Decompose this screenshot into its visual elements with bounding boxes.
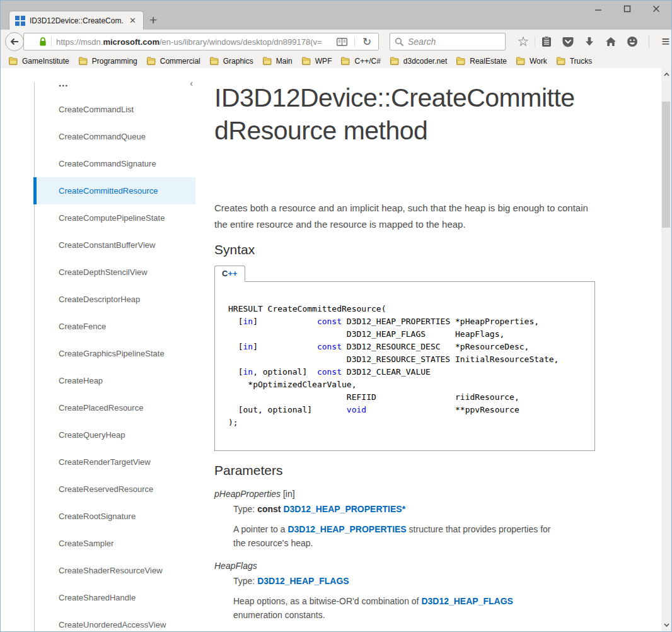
sidebar-item-label: CreateSampler bbox=[59, 539, 113, 548]
api-link[interactable]: D3D12_HEAP_FLAGS bbox=[421, 596, 513, 606]
toolbar-divider bbox=[535, 37, 535, 47]
api-link[interactable]: D3D12_HEAP_PROPERTIES* bbox=[283, 504, 405, 514]
scrollbar-thumb[interactable] bbox=[662, 102, 670, 228]
sidebar-item-label: CreateConstantBufferView bbox=[59, 240, 155, 250]
bookmark-label: C++/C# bbox=[354, 57, 380, 66]
clipboard-icon bbox=[542, 36, 552, 47]
parameter-name: HeapFlags bbox=[214, 561, 595, 571]
bookmark-label: Commercial bbox=[160, 57, 200, 66]
sidebar-item[interactable]: CreateCommandSignature bbox=[33, 150, 195, 177]
pocket-button[interactable] bbox=[557, 32, 579, 51]
folder-icon bbox=[146, 57, 156, 66]
toolbar-icons: ☆ bbox=[513, 32, 672, 51]
home-icon bbox=[605, 37, 617, 47]
menu-button[interactable]: ≡ bbox=[655, 32, 672, 51]
tab-close-icon[interactable]: ✕ bbox=[128, 16, 137, 25]
search-box[interactable] bbox=[390, 33, 506, 50]
page-title: ID3D12Device::CreateCommitte dResource m… bbox=[214, 81, 595, 147]
sidebar-item-label: CreateRootSignature bbox=[59, 512, 136, 521]
bookmark-label: d3dcoder.net bbox=[403, 57, 447, 66]
folder-icon bbox=[340, 57, 350, 66]
sidebar-item[interactable]: CreateCommandQueue bbox=[33, 123, 195, 150]
sidebar-item[interactable]: CreatePlacedResource bbox=[33, 394, 195, 421]
vertical-scrollbar[interactable] bbox=[661, 68, 671, 631]
bookmarks-menu-button[interactable] bbox=[536, 32, 557, 51]
sidebar-item[interactable]: CreateComputePipelineState bbox=[33, 204, 195, 231]
sidebar-item[interactable]: CreateGraphicsPipelineState bbox=[33, 340, 195, 367]
toolbar-divider bbox=[649, 35, 649, 48]
maximize-icon bbox=[623, 5, 631, 13]
parameter-description: Heap options, as a bitwise-OR'd combinat… bbox=[214, 594, 558, 622]
code-block: HRESULT CreateCommittedResource( [in] co… bbox=[228, 303, 586, 429]
parameter-type: Type: const D3D12_HEAP_PROPERTIES* bbox=[214, 504, 595, 514]
refresh-button[interactable]: ↻ bbox=[359, 32, 374, 51]
bookmark-item[interactable]: Work bbox=[511, 54, 552, 68]
sidebar-item[interactable]: CreateCommandList bbox=[33, 96, 195, 123]
folder-icon bbox=[78, 57, 88, 66]
bookmark-item[interactable]: Trucks bbox=[552, 54, 597, 68]
sidebar-item[interactable]: CreateDescriptorHeap bbox=[33, 286, 195, 313]
bookmark-item[interactable]: Graphics bbox=[205, 54, 258, 68]
bookmark-item[interactable]: Main bbox=[258, 54, 297, 68]
sidebar-item-label: CreateFence bbox=[59, 322, 106, 331]
sidebar-item[interactable]: CreateRootSignature bbox=[33, 503, 195, 530]
sidebar-collapse-chevron-icon[interactable]: ‹ bbox=[190, 78, 193, 88]
downloads-button[interactable] bbox=[579, 32, 600, 51]
search-input[interactable] bbox=[408, 37, 493, 47]
browser-window: ID3D12Device::CreateCom... ✕ + bbox=[0, 0, 672, 632]
home-button[interactable] bbox=[600, 32, 622, 51]
bookmark-item[interactable]: GameInstitute bbox=[4, 54, 74, 68]
folder-icon bbox=[390, 57, 400, 66]
maximize-button[interactable] bbox=[623, 4, 631, 13]
scroll-down-button[interactable] bbox=[661, 620, 671, 630]
sidebar-item[interactable]: CreateShaderResourceView bbox=[33, 557, 195, 584]
folder-icon bbox=[516, 57, 526, 66]
bookmark-star-button[interactable]: ☆ bbox=[513, 32, 534, 51]
sidebar-item[interactable]: CreateFence bbox=[33, 313, 195, 340]
new-tab-button[interactable]: + bbox=[149, 13, 157, 27]
sidebar-item[interactable]: CreateHeap bbox=[33, 367, 195, 394]
bookmark-item[interactable]: WPF bbox=[297, 54, 337, 68]
sidebar-item[interactable]: CreateConstantBufferView bbox=[33, 231, 195, 259]
back-button[interactable] bbox=[5, 32, 24, 51]
sidebar-item-label: CreateCommandQueue bbox=[59, 132, 146, 141]
bookmark-item[interactable]: d3dcoder.net bbox=[385, 54, 451, 68]
sidebar-item[interactable]: CreateReservedResource bbox=[33, 476, 195, 503]
api-link[interactable]: D3D12_HEAP_FLAGS bbox=[257, 576, 349, 586]
sidebar-item-label: CreateQueryHeap bbox=[59, 430, 125, 440]
sidebar-item-label: CreateDescriptorHeap bbox=[59, 295, 140, 304]
sidebar-item-label: CreateCommandSignature bbox=[59, 159, 156, 168]
browser-tab[interactable]: ID3D12Device::CreateCom... ✕ bbox=[9, 11, 144, 30]
parameter-type: Type: D3D12_HEAP_FLAGS bbox=[214, 576, 595, 586]
sidebar-item[interactable]: CreateCommittedResource bbox=[33, 177, 195, 204]
api-link[interactable]: D3D12_HEAP_PROPERTIES bbox=[287, 524, 406, 534]
sidebar-list: CreateCommandListCreateCommandQueueCreat… bbox=[1, 96, 195, 631]
bookmark-item[interactable]: RealEstate bbox=[451, 54, 511, 68]
bookmark-item[interactable]: Programming bbox=[74, 54, 142, 68]
bookmark-label: Programming bbox=[92, 57, 137, 66]
toc-more-indicator[interactable]: ... bbox=[59, 78, 69, 88]
bookmark-item[interactable]: C++/C# bbox=[336, 54, 385, 68]
hello-button[interactable] bbox=[622, 32, 643, 51]
url-bar[interactable]: https://msdn.microsoft.com/en-us/library… bbox=[23, 33, 379, 50]
sidebar-item[interactable]: CreateSampler bbox=[33, 530, 195, 557]
close-button[interactable] bbox=[652, 4, 660, 13]
code-language-tab[interactable]: C++ bbox=[214, 266, 245, 282]
sidebar-item[interactable]: CreateUnorderedAccessView bbox=[33, 611, 195, 631]
sidebar-item-label: CreateDepthStencilView bbox=[59, 267, 148, 277]
star-icon: ☆ bbox=[518, 35, 530, 48]
folder-icon bbox=[556, 57, 566, 66]
sidebar-item[interactable]: CreateSharedHandle bbox=[33, 584, 195, 611]
sidebar-item-label: CreateComputePipelineState bbox=[59, 213, 165, 223]
bookmark-label: WPF bbox=[315, 57, 332, 66]
lock-icon bbox=[39, 37, 47, 47]
sidebar-item[interactable]: CreateRenderTargetView bbox=[33, 448, 195, 476]
minimize-button[interactable] bbox=[594, 4, 602, 13]
scroll-up-button[interactable] bbox=[661, 69, 671, 79]
urlbar-divider bbox=[354, 37, 355, 47]
download-arrow-icon bbox=[584, 37, 594, 47]
sidebar-item[interactable]: CreateDepthStencilView bbox=[33, 259, 195, 286]
reader-mode-button[interactable] bbox=[333, 32, 350, 51]
sidebar-item[interactable]: CreateQueryHeap bbox=[33, 421, 195, 448]
bookmark-item[interactable]: Commercial bbox=[142, 54, 205, 68]
